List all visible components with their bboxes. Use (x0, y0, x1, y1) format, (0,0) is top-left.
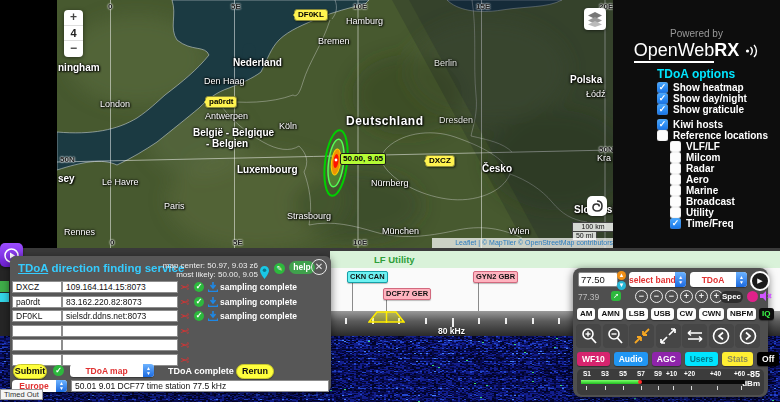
mode-cw[interactable]: CW (677, 308, 696, 320)
scissors-remove-icon[interactable]: ✂ (180, 296, 189, 309)
mode-iq[interactable]: IQ (759, 308, 773, 320)
mode-am[interactable]: AM (577, 308, 595, 320)
option-aero[interactable]: Aero (670, 174, 709, 185)
host-address-input[interactable] (62, 296, 178, 308)
checkbox-unchecked-icon[interactable] (670, 152, 681, 163)
station-gyn2-gbr[interactable]: GYN2 GBR (473, 271, 518, 283)
option-show-heatmap[interactable]: ✓Show heatmap (657, 82, 744, 93)
record-button[interactable] (747, 291, 758, 302)
checkbox-unchecked-icon[interactable] (670, 174, 681, 185)
gain-minus-button[interactable]: − (635, 290, 648, 303)
gain-minus-button[interactable]: − (650, 290, 663, 303)
next-station-button[interactable] (735, 324, 760, 348)
option-vlf-lf[interactable]: VLF/LF (670, 141, 720, 152)
gain-plus-button[interactable]: + (695, 290, 708, 303)
host-address-input[interactable] (62, 325, 178, 337)
gain-plus-button[interactable]: + (680, 290, 693, 303)
zoom-to-passband-button[interactable] (629, 324, 654, 348)
zoom-out-spectrum-button[interactable] (603, 324, 628, 348)
gain-minus-button[interactable]: − (665, 290, 678, 303)
option-milcom[interactable]: Milcom (670, 152, 720, 163)
kiwi-marker-dxcz[interactable]: DXCZ (425, 155, 455, 167)
option-reference-locations[interactable]: Reference locations (657, 130, 768, 141)
host-address-input[interactable] (62, 310, 178, 322)
frequency-input[interactable] (578, 272, 618, 287)
checkbox-unchecked-icon[interactable] (670, 196, 681, 207)
zoom-in-button[interactable]: + (64, 10, 83, 25)
host-name-input[interactable] (12, 281, 62, 293)
profile-select[interactable]: TDoA ▲▼ (690, 272, 747, 287)
mode-cwn[interactable]: CWN (699, 308, 724, 320)
option-kiwi-hosts[interactable]: ✓Kiwi hosts (657, 119, 723, 130)
leaflet-map[interactable]: ningham London Den Haag Nederland Antwer… (57, 0, 613, 248)
most-likely-position-label[interactable]: 50.00, 9.05 (340, 153, 386, 165)
audio-button[interactable]: Audio (614, 352, 648, 366)
host-name-input[interactable] (12, 339, 62, 351)
shift-band-button[interactable] (682, 324, 707, 348)
download-icon[interactable] (208, 282, 218, 292)
tdoa-link[interactable]: TDoA (18, 262, 48, 274)
zoom-in-spectrum-button[interactable] (576, 324, 601, 348)
checkbox-unchecked-icon[interactable] (657, 130, 668, 141)
map-layers-button[interactable] (584, 8, 606, 30)
host-address-input[interactable] (62, 339, 178, 351)
link-icon[interactable]: ↗ (611, 291, 621, 301)
checkbox-unchecked-icon[interactable] (670, 185, 681, 196)
checkbox-unchecked-icon[interactable] (670, 163, 681, 174)
scissors-remove-icon[interactable]: ✂ (180, 310, 189, 323)
download-icon[interactable] (208, 311, 218, 321)
band-select[interactable]: select band ▲▼ (629, 272, 686, 287)
station-dcf77-ger[interactable]: DCF77 GER (383, 288, 431, 300)
submit-button[interactable]: Submit (13, 364, 47, 379)
mode-amn[interactable]: AMN (598, 308, 622, 320)
prev-station-button[interactable] (709, 324, 734, 348)
checkbox-checked-icon[interactable]: ✓ (670, 218, 681, 229)
zoom-full-out-button[interactable] (656, 324, 681, 348)
waterfall-button[interactable]: WF10 (577, 352, 610, 366)
checkbox-checked-icon[interactable]: ✓ (657, 82, 668, 93)
edit-pencil-icon[interactable]: ✎ (274, 263, 285, 274)
checkbox-checked-icon[interactable]: ✓ (657, 104, 668, 115)
checkbox-checked-icon[interactable]: ✓ (657, 93, 668, 104)
maptiler-logo[interactable] (587, 196, 607, 216)
option-time-freq[interactable]: ✓Time/Freq (670, 218, 734, 229)
option-marine[interactable]: Marine (670, 185, 718, 196)
mode-lsb[interactable]: LSB (626, 308, 648, 320)
play-button[interactable]: ▶ (750, 271, 770, 291)
off-button[interactable]: Off (757, 352, 779, 366)
station-ckn-can[interactable]: CKN CAN (347, 271, 388, 283)
checkbox-unchecked-icon[interactable] (670, 207, 681, 218)
option-show-daynight[interactable]: ✓Show day/night (657, 93, 747, 104)
scissors-remove-icon[interactable]: ✂ (180, 325, 189, 338)
host-name-input[interactable] (12, 325, 62, 337)
option-radar[interactable]: Radar (670, 163, 714, 174)
option-utility[interactable]: Utility (670, 207, 714, 218)
frequency-down-button[interactable]: ▼ (617, 281, 626, 290)
scissors-remove-icon[interactable]: ✂ (180, 354, 189, 367)
mode-nbfm[interactable]: NBFM (727, 308, 756, 320)
zoom-out-button[interactable]: − (64, 41, 83, 56)
station-description-input[interactable] (71, 380, 329, 392)
kiwi-marker-pa0rdt[interactable]: pa0rdt (205, 96, 237, 108)
mute-speaker-icon[interactable] (760, 290, 772, 302)
frequency-up-button[interactable]: ▲ (617, 271, 626, 280)
option-show-graticule[interactable]: ✓Show graticule (657, 104, 744, 115)
download-icon[interactable] (208, 297, 218, 307)
option-broadcast[interactable]: Broadcast (670, 196, 735, 207)
stats-button[interactable]: Stats (722, 352, 753, 366)
agc-button[interactable]: AGC (652, 352, 681, 366)
tdoa-map-select[interactable]: TDoA map ▲▼ (70, 364, 154, 377)
scissors-remove-icon[interactable]: ✂ (180, 281, 189, 294)
checkbox-unchecked-icon[interactable] (670, 141, 681, 152)
mode-usb[interactable]: USB (651, 308, 674, 320)
host-name-input[interactable] (12, 296, 62, 308)
host-address-input[interactable] (62, 281, 178, 293)
host-name-input[interactable] (12, 310, 62, 322)
rerun-button[interactable]: Rerun (236, 364, 274, 379)
map-attribution[interactable]: Leaflet | © MapTiler © OpenStreetMap con… (432, 238, 613, 248)
kiwi-marker-df0kl[interactable]: DF0KL (294, 9, 328, 21)
close-icon[interactable]: ✕ (311, 259, 327, 275)
scissors-remove-icon[interactable]: ✂ (180, 339, 189, 352)
users-button[interactable]: Users (685, 352, 719, 366)
checkbox-checked-icon[interactable]: ✓ (657, 119, 668, 130)
